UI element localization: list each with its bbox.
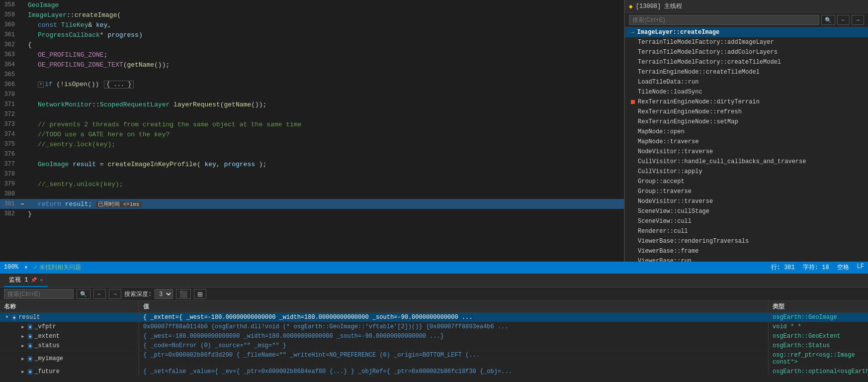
watch-cell-name: ◆ result bbox=[0, 313, 139, 322]
watch-search-btn[interactable]: 🔍 bbox=[77, 289, 90, 299]
bottom-panel: 监视 1 📌 ✕ 🔍 ← → 搜索深度: 3 1 2 4 5 ⬛ ⊞ 名称 值 … bbox=[0, 273, 868, 382]
call-stack-item-11[interactable]: MapNode::traverse bbox=[625, 137, 868, 147]
line-number: 376 bbox=[2, 151, 21, 158]
call-stack-item-3[interactable]: TerrainTileModelFactory::createTileModel bbox=[625, 57, 868, 67]
status-check: ✓ 未找到相关问题 bbox=[34, 263, 81, 272]
tab-close-btn[interactable]: ✕ bbox=[40, 277, 43, 283]
watch-cell-name: ◈ _future bbox=[0, 367, 139, 376]
line-number: 371 bbox=[2, 101, 21, 108]
code-text: NetworkMonitor::ScopedRequestLayer layer… bbox=[38, 101, 624, 108]
call-stack-item-4[interactable]: TerrainEngineNode::createTileModel bbox=[625, 67, 868, 77]
call-stack-item-12[interactable]: NodeVisitor::traverse bbox=[625, 147, 868, 157]
call-stack-item-13[interactable]: CullVisitor::handle_cull_callbacks_and_t… bbox=[625, 157, 868, 167]
callstack-search-input[interactable] bbox=[629, 15, 819, 25]
expand-closed-icon[interactable] bbox=[20, 343, 26, 349]
stack-item-label: MapNode::traverse bbox=[638, 138, 698, 145]
collapsed-block[interactable]: { ... } bbox=[104, 81, 134, 89]
call-stack-item-17[interactable]: NodeVisitor::traverse bbox=[625, 196, 868, 206]
status-separator: ▾ bbox=[24, 264, 28, 271]
call-stack-item-0[interactable]: →ImageLayer::createImage bbox=[625, 27, 868, 37]
depth-select[interactable]: 3 1 2 4 5 bbox=[155, 289, 173, 299]
watch-cell-name: ◈ _extent bbox=[0, 332, 139, 341]
call-stack-item-15[interactable]: Group::accept bbox=[625, 177, 868, 187]
expand-closed-icon[interactable] bbox=[20, 324, 26, 330]
watch-search-input[interactable] bbox=[4, 289, 74, 299]
encoding-indicator: LF bbox=[857, 263, 864, 272]
watch-row-2[interactable]: ◈ _extent{ _west=-180.00000000000000 _wi… bbox=[0, 332, 868, 341]
watch-row-5[interactable]: ◈ _future{ _set=false _value={ _ev={ _pt… bbox=[0, 367, 868, 377]
right-panel: ◆ [13008] 主线程 🔍 ← → →ImageLayer::createI… bbox=[624, 0, 868, 262]
call-stack-item-10[interactable]: MapNode::open bbox=[625, 127, 868, 137]
call-stack-item-16[interactable]: Group::traverse bbox=[625, 187, 868, 196]
call-stack-item-2[interactable]: TerrainTileModelFactory::addColorLayers bbox=[625, 47, 868, 57]
watch-row-1[interactable]: ◈ _vfptr0x00007ff88a0114b0 {osgEarthd.dl… bbox=[0, 322, 868, 332]
expand-closed-icon[interactable] bbox=[20, 356, 26, 362]
line-content: //_sentry.unlock(key); bbox=[28, 181, 624, 188]
line-content: // prevents 2 threads from creating the … bbox=[28, 121, 624, 128]
watch-var-name: _status bbox=[34, 342, 59, 349]
call-stack-item-1[interactable]: TerrainTileModelFactory::addImageLayer bbox=[625, 37, 868, 47]
thread-header: ◆ [13008] 主线程 bbox=[625, 0, 868, 13]
call-stack-item-5[interactable]: LoadTileData::run bbox=[625, 77, 868, 87]
line-number: 382 bbox=[2, 210, 21, 217]
code-line-358: 358GeoImage bbox=[0, 0, 624, 10]
call-stack-item-23[interactable]: ViewerBase::run bbox=[625, 256, 868, 262]
stack-arrow-icon: → bbox=[631, 29, 634, 35]
expand-closed-icon[interactable] bbox=[20, 369, 26, 375]
call-stack-item-9[interactable]: RexTerrainEngineNode::setMap bbox=[625, 117, 868, 127]
call-stack-item-22[interactable]: ViewerBase::frame bbox=[625, 246, 868, 256]
call-stack-item-19[interactable]: SceneView::cull bbox=[625, 216, 868, 226]
line-content: ProgressCallback* progress) bbox=[28, 31, 624, 39]
var-icon: ◈ bbox=[28, 324, 32, 330]
code-line-382: 382} bbox=[0, 209, 624, 219]
check-icon: ✓ bbox=[34, 264, 37, 271]
expand-closed-icon[interactable] bbox=[20, 333, 26, 339]
call-stack-item-18[interactable]: SceneView::cullStage bbox=[625, 206, 868, 216]
format-btn-2[interactable]: ⊞ bbox=[194, 289, 206, 299]
line-number: 364 bbox=[2, 61, 21, 68]
call-stack-item-20[interactable]: Renderer::cull bbox=[625, 226, 868, 236]
search-icon-btn[interactable]: 🔍 bbox=[821, 15, 835, 25]
stack-item-label: Group::traverse bbox=[638, 188, 692, 195]
stack-item-label: TileNode::loadSync bbox=[638, 89, 702, 96]
nav-fwd-btn[interactable]: → bbox=[852, 15, 864, 25]
call-stack-item-14[interactable]: CullVisitor::apply bbox=[625, 167, 868, 177]
timing-badge: 已用时间 <=1ms bbox=[96, 201, 142, 207]
code-text: if (!isOpen()) { ... } bbox=[45, 81, 624, 89]
line-content: { bbox=[28, 41, 624, 49]
call-stack-item-6[interactable]: TileNode::loadSync bbox=[625, 87, 868, 97]
watch-nav-fwd-btn[interactable]: → bbox=[109, 289, 121, 299]
line-content: +if (!isOpen()) { ... } bbox=[28, 81, 624, 89]
line-number: 359 bbox=[2, 11, 21, 18]
code-text: { bbox=[28, 41, 624, 49]
call-stack-list: →ImageLayer::createImageTerrainTileModel… bbox=[625, 27, 868, 262]
code-line-378: 378 bbox=[0, 169, 624, 179]
code-line-365: 365 bbox=[0, 70, 624, 80]
line-content: NetworkMonitor::ScopedRequestLayer layer… bbox=[28, 101, 624, 108]
watch-row-3[interactable]: ◈ _status{ _code=NoError (0) _source="" … bbox=[0, 341, 868, 351]
col-indicator: 字符: 18 bbox=[803, 263, 829, 272]
call-stack-item-21[interactable]: ViewerBase::renderingTraversals bbox=[625, 236, 868, 246]
watch-cell-value: 0x00007ff88a0114b0 {osgEarthd.dll!void (… bbox=[139, 322, 769, 331]
code-line-361: 361ProgressCallback* progress) bbox=[0, 30, 624, 40]
stack-item-label: TerrainEngineNode::createTileModel bbox=[638, 69, 760, 76]
nav-back-btn[interactable]: ← bbox=[837, 15, 850, 25]
watch-row-4[interactable]: ◈ _myimage{ _ptr=0x000002b86fd3d290 { _f… bbox=[0, 351, 868, 367]
call-stack-item-7[interactable]: RexTerrainEngineNode::dirtyTerrain bbox=[625, 97, 868, 107]
line-number: 377 bbox=[2, 161, 21, 168]
expand-btn[interactable]: + bbox=[38, 82, 44, 88]
expand-open-icon[interactable] bbox=[4, 314, 10, 320]
watch-cell-type: osgEarth::GeoImage bbox=[769, 313, 868, 322]
stack-item-label: Renderer::cull bbox=[638, 228, 688, 235]
watch-nav-back-btn[interactable]: ← bbox=[93, 289, 106, 299]
watch-row-0[interactable]: ◆ result{ _extent={ _west=-180.000000000… bbox=[0, 313, 868, 322]
watch-cell-type: osgEarth::GeoExtent bbox=[769, 332, 868, 341]
line-number: 380 bbox=[2, 191, 21, 197]
thread-icon: ◆ bbox=[629, 2, 633, 10]
bottom-toolbar: 🔍 ← → 搜索深度: 3 1 2 4 5 ⬛ ⊞ bbox=[0, 287, 868, 301]
call-stack-item-8[interactable]: RexTerrainEngineNode::refresh bbox=[625, 107, 868, 117]
line-number: 366 bbox=[2, 81, 21, 88]
code-text: GeoImage result = createImageInKeyProfil… bbox=[38, 161, 624, 168]
watch-tab[interactable]: 监视 1 📌 ✕ bbox=[4, 274, 48, 287]
format-btn-1[interactable]: ⬛ bbox=[176, 289, 191, 299]
